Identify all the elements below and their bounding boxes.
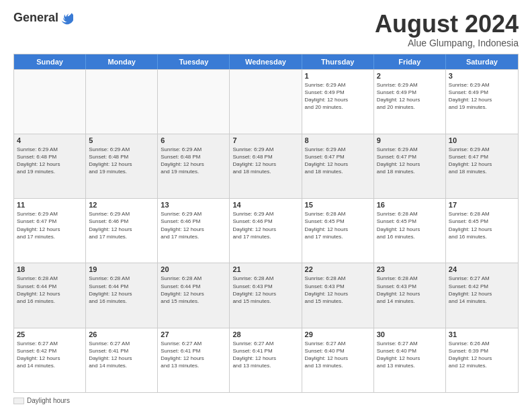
calendar-week-5: 25Sunrise: 6:27 AM Sunset: 6:42 PM Dayli… <box>14 328 518 392</box>
day-cell-30: 30Sunrise: 6:27 AM Sunset: 6:40 PM Dayli… <box>374 328 446 392</box>
day-info: Sunrise: 6:29 AM Sunset: 6:48 PM Dayligh… <box>161 146 226 176</box>
calendar-week-1: 1Sunrise: 6:29 AM Sunset: 6:49 PM Daylig… <box>14 69 518 134</box>
logo-bird-icon <box>60 11 73 25</box>
day-info: Sunrise: 6:29 AM Sunset: 6:49 PM Dayligh… <box>377 81 443 111</box>
day-info: Sunrise: 6:28 AM Sunset: 6:45 PM Dayligh… <box>449 210 515 240</box>
month-title: August 2024 <box>375 11 519 38</box>
day-number: 14 <box>232 201 298 209</box>
day-number: 19 <box>89 265 154 273</box>
empty-cell <box>14 70 86 134</box>
day-info: Sunrise: 6:29 AM Sunset: 6:46 PM Dayligh… <box>232 210 298 240</box>
day-number: 10 <box>449 136 515 144</box>
day-number: 26 <box>89 330 154 338</box>
day-cell-27: 27Sunrise: 6:27 AM Sunset: 6:41 PM Dayli… <box>158 328 230 392</box>
day-cell-23: 23Sunrise: 6:28 AM Sunset: 6:43 PM Dayli… <box>374 263 446 327</box>
day-cell-25: 25Sunrise: 6:27 AM Sunset: 6:42 PM Dayli… <box>14 328 86 392</box>
day-number: 9 <box>377 136 443 144</box>
day-number: 21 <box>232 265 298 273</box>
day-cell-26: 26Sunrise: 6:27 AM Sunset: 6:41 PM Dayli… <box>86 328 158 392</box>
day-info: Sunrise: 6:29 AM Sunset: 6:49 PM Dayligh… <box>305 81 371 111</box>
day-info: Sunrise: 6:29 AM Sunset: 6:47 PM Dayligh… <box>17 210 83 240</box>
day-number: 12 <box>89 201 154 209</box>
day-info: Sunrise: 6:29 AM Sunset: 6:49 PM Dayligh… <box>449 81 515 111</box>
calendar-week-3: 11Sunrise: 6:29 AM Sunset: 6:47 PM Dayli… <box>14 198 518 263</box>
daylight-label: Daylight hours <box>27 397 70 404</box>
day-number: 18 <box>17 265 83 273</box>
day-number: 17 <box>449 201 515 209</box>
day-info: Sunrise: 6:27 AM Sunset: 6:42 PM Dayligh… <box>17 340 83 370</box>
header-cell-wednesday: Wednesday <box>230 54 302 69</box>
day-number: 1 <box>305 72 371 80</box>
day-number: 28 <box>232 330 298 338</box>
day-cell-12: 12Sunrise: 6:29 AM Sunset: 6:46 PM Dayli… <box>86 199 158 263</box>
day-number: 11 <box>17 201 83 209</box>
day-info: Sunrise: 6:27 AM Sunset: 6:41 PM Dayligh… <box>89 340 154 370</box>
day-number: 24 <box>449 265 515 273</box>
day-cell-29: 29Sunrise: 6:27 AM Sunset: 6:40 PM Dayli… <box>302 328 374 392</box>
footer: Daylight hours <box>13 397 519 404</box>
day-cell-17: 17Sunrise: 6:28 AM Sunset: 6:45 PM Dayli… <box>446 199 518 263</box>
day-number: 20 <box>161 265 226 273</box>
calendar-header: SundayMondayTuesdayWednesdayThursdayFrid… <box>14 54 518 69</box>
day-number: 4 <box>17 136 83 144</box>
day-info: Sunrise: 6:27 AM Sunset: 6:40 PM Dayligh… <box>305 340 371 370</box>
day-cell-22: 22Sunrise: 6:28 AM Sunset: 6:43 PM Dayli… <box>302 263 374 327</box>
day-cell-16: 16Sunrise: 6:28 AM Sunset: 6:45 PM Dayli… <box>374 199 446 263</box>
day-cell-15: 15Sunrise: 6:28 AM Sunset: 6:45 PM Dayli… <box>302 199 374 263</box>
location-subtitle: Alue Glumpang, Indonesia <box>375 38 519 48</box>
calendar-week-4: 18Sunrise: 6:28 AM Sunset: 6:44 PM Dayli… <box>14 263 518 327</box>
day-number: 31 <box>449 330 515 338</box>
day-cell-28: 28Sunrise: 6:27 AM Sunset: 6:41 PM Dayli… <box>230 328 302 392</box>
day-number: 13 <box>161 201 226 209</box>
day-info: Sunrise: 6:28 AM Sunset: 6:43 PM Dayligh… <box>305 275 371 305</box>
day-cell-13: 13Sunrise: 6:29 AM Sunset: 6:46 PM Dayli… <box>158 199 230 263</box>
empty-cell <box>230 70 302 134</box>
day-info: Sunrise: 6:29 AM Sunset: 6:47 PM Dayligh… <box>305 146 371 176</box>
day-number: 5 <box>89 136 154 144</box>
day-cell-8: 8Sunrise: 6:29 AM Sunset: 6:47 PM Daylig… <box>302 134 374 198</box>
day-info: Sunrise: 6:28 AM Sunset: 6:43 PM Dayligh… <box>377 275 443 305</box>
day-number: 16 <box>377 201 443 209</box>
day-cell-14: 14Sunrise: 6:29 AM Sunset: 6:46 PM Dayli… <box>230 199 302 263</box>
title-section: August 2024 Alue Glumpang, Indonesia <box>375 11 519 48</box>
day-number: 8 <box>305 136 371 144</box>
day-info: Sunrise: 6:28 AM Sunset: 6:45 PM Dayligh… <box>377 210 443 240</box>
header-cell-saturday: Saturday <box>446 54 518 69</box>
day-number: 27 <box>161 330 226 338</box>
empty-cell <box>158 70 230 134</box>
empty-cell <box>86 70 158 134</box>
day-info: Sunrise: 6:29 AM Sunset: 6:47 PM Dayligh… <box>377 146 443 176</box>
header: General August 2024 Alue Glumpang, Indon… <box>13 11 519 48</box>
day-info: Sunrise: 6:29 AM Sunset: 6:46 PM Dayligh… <box>89 210 154 240</box>
day-number: 15 <box>305 201 371 209</box>
day-cell-11: 11Sunrise: 6:29 AM Sunset: 6:47 PM Dayli… <box>14 199 86 263</box>
day-cell-5: 5Sunrise: 6:29 AM Sunset: 6:48 PM Daylig… <box>86 134 158 198</box>
day-number: 25 <box>17 330 83 338</box>
header-cell-friday: Friday <box>374 54 446 69</box>
day-cell-7: 7Sunrise: 6:29 AM Sunset: 6:48 PM Daylig… <box>230 134 302 198</box>
logo-general-text: General <box>13 11 58 25</box>
day-info: Sunrise: 6:26 AM Sunset: 6:39 PM Dayligh… <box>449 340 515 370</box>
header-cell-thursday: Thursday <box>302 54 374 69</box>
day-cell-20: 20Sunrise: 6:28 AM Sunset: 6:44 PM Dayli… <box>158 263 230 327</box>
day-info: Sunrise: 6:29 AM Sunset: 6:47 PM Dayligh… <box>449 146 515 176</box>
day-cell-10: 10Sunrise: 6:29 AM Sunset: 6:47 PM Dayli… <box>446 134 518 198</box>
day-info: Sunrise: 6:27 AM Sunset: 6:41 PM Dayligh… <box>232 340 298 370</box>
header-cell-tuesday: Tuesday <box>158 54 230 69</box>
day-info: Sunrise: 6:29 AM Sunset: 6:46 PM Dayligh… <box>161 210 226 240</box>
page: General August 2024 Alue Glumpang, Indon… <box>0 0 532 411</box>
day-info: Sunrise: 6:28 AM Sunset: 6:44 PM Dayligh… <box>161 275 226 305</box>
day-cell-1: 1Sunrise: 6:29 AM Sunset: 6:49 PM Daylig… <box>302 70 374 134</box>
calendar: SundayMondayTuesdayWednesdayThursdayFrid… <box>13 54 519 393</box>
day-cell-18: 18Sunrise: 6:28 AM Sunset: 6:44 PM Dayli… <box>14 263 86 327</box>
day-info: Sunrise: 6:29 AM Sunset: 6:48 PM Dayligh… <box>17 146 83 176</box>
day-info: Sunrise: 6:27 AM Sunset: 6:42 PM Dayligh… <box>449 275 515 305</box>
day-number: 23 <box>377 265 443 273</box>
day-cell-19: 19Sunrise: 6:28 AM Sunset: 6:44 PM Dayli… <box>86 263 158 327</box>
calendar-body: 1Sunrise: 6:29 AM Sunset: 6:49 PM Daylig… <box>14 69 518 392</box>
day-cell-2: 2Sunrise: 6:29 AM Sunset: 6:49 PM Daylig… <box>374 70 446 134</box>
day-info: Sunrise: 6:29 AM Sunset: 6:48 PM Dayligh… <box>89 146 154 176</box>
day-cell-3: 3Sunrise: 6:29 AM Sunset: 6:49 PM Daylig… <box>446 70 518 134</box>
header-cell-sunday: Sunday <box>14 54 86 69</box>
day-info: Sunrise: 6:27 AM Sunset: 6:40 PM Dayligh… <box>377 340 443 370</box>
